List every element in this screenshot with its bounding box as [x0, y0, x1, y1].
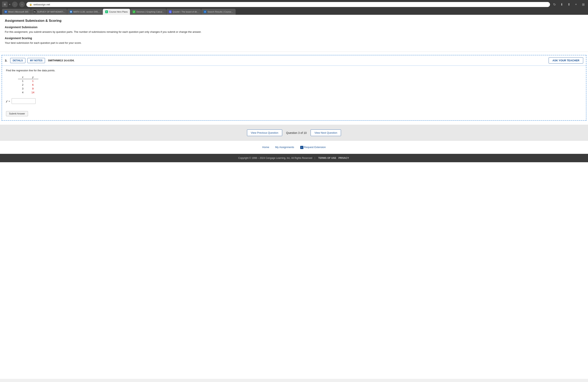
coursehero-favicon: ✦: [105, 10, 108, 13]
tab-quizlet[interactable]: Q Quizlet › The board of dir...: [167, 9, 201, 15]
answer-input[interactable]: [12, 98, 36, 104]
table-row: 2: [18, 83, 27, 87]
word-favicon: W: [4, 10, 7, 13]
table-row-y: 9: [27, 87, 38, 91]
next-question-button[interactable]: View Next Question: [311, 130, 341, 136]
table-row: 4: [18, 91, 27, 94]
browser-chrome: ⊞ ▾ ‹ › 🔒 webassign.net ↻ ⬇ ⬆ + ⊞ W Word…: [0, 0, 588, 15]
math-favicon: W: [70, 10, 72, 13]
calendar-icon: +: [300, 146, 303, 149]
prev-question-button[interactable]: View Previous Question: [247, 130, 282, 136]
divider: |: [315, 157, 315, 159]
my-notes-button[interactable]: MY NOTES: [27, 58, 45, 63]
answer-row: y′ =: [6, 98, 582, 104]
data-table: x y 112639414: [18, 75, 582, 94]
table-row-y: 1: [27, 79, 38, 83]
copyright-text: Copyright © 1998 – 2024 Cengage Learning…: [238, 157, 312, 159]
question-instruction: Find the regression line for the data po…: [6, 69, 582, 72]
page-content: Assignment Submission & Scoring Assignme…: [0, 15, 588, 379]
desmos-favicon: ✓: [133, 10, 135, 13]
submission-heading: Assignment Submission: [5, 26, 583, 29]
address-bar[interactable]: 🔒 webassign.net: [26, 2, 550, 7]
col-x-header: x: [18, 75, 27, 79]
copyright-bar: Copyright © 1998 – 2024 Cengage Learning…: [0, 154, 588, 162]
survey-favicon: DIL: [33, 10, 36, 13]
tab-math[interactable]: W MATH 1130, section D05,...: [67, 9, 103, 15]
url-text: webassign.net: [33, 3, 50, 6]
tab-overview-button[interactable]: ⊞: [580, 1, 586, 7]
submit-answer-button[interactable]: Submit Answer: [6, 111, 28, 116]
chevron-down-icon: ▾: [9, 3, 10, 6]
tab-coursehero-label: Course Hero Plans: [109, 11, 127, 13]
my-assignments-link[interactable]: My Assignments: [275, 146, 294, 149]
tab-quizlet-label: Quizlet › The board of dir...: [173, 11, 199, 13]
question-counter: Question 3 of 10: [286, 131, 307, 134]
table-row-y: 6: [27, 83, 38, 87]
question-body: Find the regression line for the data po…: [2, 66, 586, 111]
download-button[interactable]: ⬇: [559, 1, 564, 7]
question-id: SMITHNM13 14.4.034.: [48, 59, 74, 62]
tab-math-label: MATH 1130, section D05,...: [73, 11, 100, 13]
forward-button[interactable]: ›: [19, 1, 25, 7]
table-row-y: 14: [27, 91, 38, 94]
nav-footer: View Previous Question Question 3 of 10 …: [0, 125, 588, 141]
scoring-text: Your best submission for each question p…: [5, 41, 583, 44]
browser-toolbar: ⊞ ▾ ‹ › 🔒 webassign.net ↻ ⬇ ⬆ + ⊞: [2, 1, 586, 7]
tab-survey[interactable]: DIL SURVEY OF MATHEMATI...: [31, 9, 67, 15]
details-button[interactable]: DETAILS: [10, 58, 25, 63]
new-tab-button[interactable]: +: [573, 1, 579, 7]
tab-desmos-label: Desmos | Graphing Calcul...: [136, 11, 164, 13]
tab-coursehero[interactable]: ✦ Course Hero Plans: [103, 9, 130, 15]
sidebar-toggle-btn[interactable]: ⊞: [2, 1, 8, 7]
back-button[interactable]: ‹: [12, 1, 18, 7]
tab-desmos[interactable]: ✓ Desmos | Graphing Calcul...: [130, 9, 166, 15]
lock-icon: 🔒: [29, 3, 32, 6]
assignment-info-section: Assignment Submission & Scoring Assignme…: [0, 15, 588, 52]
table-row: 3: [18, 87, 27, 91]
table-row: 1: [18, 79, 27, 83]
privacy-link[interactable]: PRIVACY: [338, 157, 349, 159]
search-favicon: ✦: [204, 10, 206, 13]
question-header: 3. DETAILS MY NOTES SMITHNM13 14.4.034. …: [2, 55, 586, 66]
tab-search-label: Search Results | Course...: [207, 11, 233, 13]
tab-bar: W Word | Microsoft 365 DIL SURVEY OF MAT…: [2, 9, 586, 15]
page-footer: Home My Assignments +Request Extension: [0, 141, 588, 154]
col-y-header: y: [27, 75, 38, 79]
tab-survey-label: SURVEY OF MATHEMATI...: [37, 11, 65, 13]
tab-word-label: Word | Microsoft 365: [8, 11, 28, 13]
request-extension-link[interactable]: +Request Extension: [300, 146, 326, 149]
answer-label: y′ =: [6, 100, 10, 103]
assignment-title: Assignment Submission & Scoring: [5, 19, 583, 23]
tab-word[interactable]: W Word | Microsoft 365: [2, 9, 31, 15]
share-button[interactable]: ⬆: [566, 1, 572, 7]
tab-search[interactable]: ✦ Search Results | Course...: [201, 9, 235, 15]
home-link[interactable]: Home: [262, 146, 269, 149]
question-section: 3. DETAILS MY NOTES SMITHNM13 14.4.034. …: [1, 55, 587, 121]
refresh-button[interactable]: ↻: [552, 1, 557, 7]
question-number: 3.: [5, 59, 7, 62]
ask-teacher-button[interactable]: ASK YOUR TEACHER: [549, 57, 583, 63]
quizlet-favicon: Q: [169, 10, 172, 13]
scoring-heading: Assignment Scoring: [5, 37, 583, 40]
submit-section: Submit Answer: [2, 111, 586, 120]
submission-text: For this assignment, you submit answers …: [5, 30, 583, 33]
terms-link[interactable]: TERMS OF USE: [318, 157, 336, 159]
